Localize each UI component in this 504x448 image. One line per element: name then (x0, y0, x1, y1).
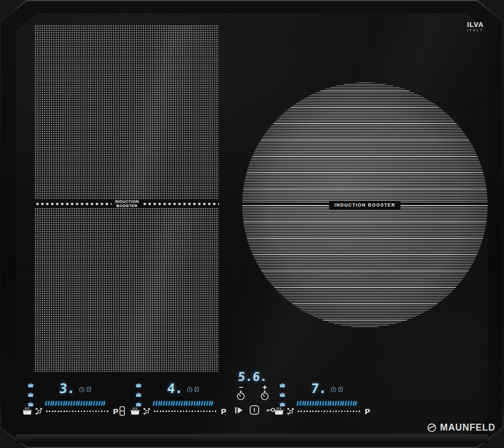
slider-dot-track[interactable] (46, 410, 108, 412)
pot-level-icon (135, 402, 142, 407)
stopwatch-icon (236, 390, 245, 400)
flex-zone-control-1: 3. P (22, 381, 128, 418)
round-booster-label: INDUCTION BOOSTER (329, 201, 400, 209)
pot-detection-icon (274, 407, 284, 415)
stopwatch-icon (260, 390, 269, 400)
pot-detection-icon (130, 407, 140, 415)
flex-zone-icon[interactable] (287, 408, 295, 415)
power-key[interactable] (250, 405, 259, 415)
slider-dot-track[interactable] (154, 410, 216, 412)
power-boost-key[interactable]: P (365, 407, 370, 415)
pot-level-icon (28, 402, 34, 407)
timer-display: 5.6. (237, 370, 268, 384)
pot-detection-icon (22, 407, 32, 415)
flex-booster-divider: INDUCTION BOOSTER (35, 200, 219, 208)
flex-booster-label: INDUCTION BOOSTER (115, 200, 139, 208)
power-level-display: 3. (22, 381, 128, 396)
main-keys (235, 405, 275, 415)
timer-indicator-icon (79, 387, 85, 393)
divider-dots-left (35, 202, 112, 206)
lock-indicator-icon (195, 387, 199, 392)
flex-zone-control-2: 4. P (130, 381, 236, 418)
lock-indicator-icon (87, 387, 91, 392)
timer-plus-button[interactable]: + (260, 384, 269, 400)
power-level-display: 4. (130, 381, 236, 396)
ilva-logo: ILVA ITALY (459, 21, 492, 32)
flex-zone-icon[interactable] (35, 408, 43, 415)
timer-minus-button[interactable]: − (236, 384, 245, 400)
ilva-logo-text: ILVA (459, 21, 492, 28)
pot-level-icon (279, 402, 286, 407)
front-edge (16, 434, 488, 443)
timer-indicator-icon (331, 387, 336, 393)
maunfeld-logo-text: MAUNFELD (440, 422, 496, 433)
power-boost-key[interactable]: P (221, 407, 226, 415)
bridge-zones-key[interactable] (120, 406, 125, 416)
right-zone-control: 7. P (274, 381, 380, 418)
timer-control: 5.6. − + (235, 370, 270, 400)
power-slider[interactable] (45, 400, 105, 406)
power-level-value: 7. (310, 382, 327, 396)
flex-zone-front (35, 208, 219, 372)
flex-cooking-zone: INDUCTION BOOSTER (35, 25, 219, 372)
power-level-display: 7. (274, 381, 380, 396)
flex-zone-icon[interactable] (143, 408, 151, 415)
divider-dots-right (142, 202, 219, 206)
slider-dot-track[interactable] (298, 410, 360, 412)
timer-indicator-icon (187, 387, 193, 393)
power-level-value: 4. (167, 382, 184, 396)
maunfeld-emblem-icon (427, 423, 436, 432)
round-cooking-zone: INDUCTION BOOSTER (242, 82, 488, 328)
cooktop-photo: ILVA ITALY INDUCTION BOOSTER INDUCTION B… (0, 0, 504, 448)
power-slider[interactable] (297, 400, 356, 406)
power-level-value: 3. (59, 382, 76, 396)
flex-zone-rear (35, 25, 219, 200)
ilva-country-text: ITALY (459, 29, 492, 32)
power-boost-key[interactable]: P (113, 407, 118, 415)
lock-indicator-icon (338, 387, 343, 392)
pause-key[interactable] (235, 406, 243, 414)
power-slider[interactable] (153, 400, 213, 406)
maunfeld-logo: MAUNFELD (427, 422, 496, 433)
